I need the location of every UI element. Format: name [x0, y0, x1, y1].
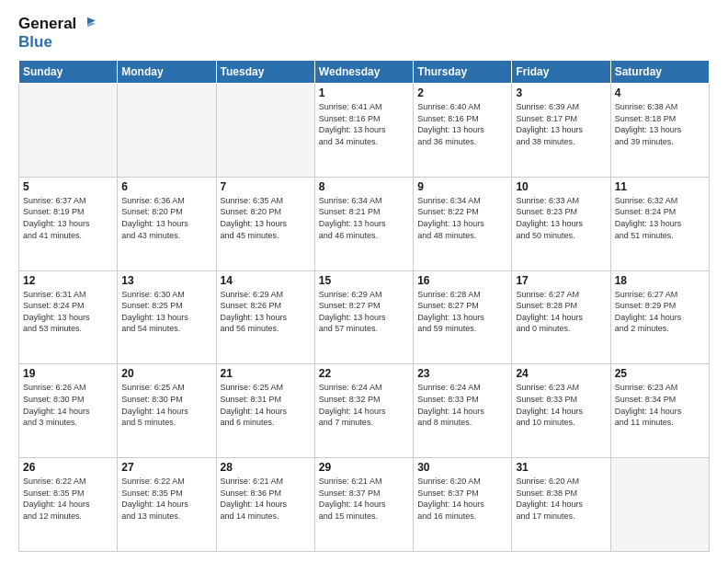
day-info: Sunrise: 6:22 AM Sunset: 8:35 PM Dayligh… [121, 476, 211, 522]
day-info: Sunrise: 6:41 AM Sunset: 8:16 PM Dayligh… [319, 101, 409, 147]
day-info: Sunrise: 6:35 AM Sunset: 8:20 PM Dayligh… [221, 195, 311, 241]
day-number: 25 [615, 367, 705, 380]
day-number: 4 [615, 86, 705, 99]
day-cell: 16Sunrise: 6:28 AM Sunset: 8:27 PM Dayli… [414, 270, 512, 364]
page: General Blue SundayMondayTuesdayWednesda… [0, 0, 728, 563]
week-row-3: 12Sunrise: 6:31 AM Sunset: 8:24 PM Dayli… [19, 270, 710, 364]
day-number: 9 [417, 180, 507, 193]
logo: General Blue [18, 15, 96, 51]
day-cell: 12Sunrise: 6:31 AM Sunset: 8:24 PM Dayli… [19, 270, 118, 364]
day-cell: 18Sunrise: 6:27 AM Sunset: 8:29 PM Dayli… [610, 270, 709, 364]
logo-flag-icon [79, 16, 96, 32]
day-number: 21 [221, 367, 311, 380]
day-cell: 9Sunrise: 6:34 AM Sunset: 8:22 PM Daylig… [414, 177, 512, 270]
day-cell: 20Sunrise: 6:25 AM Sunset: 8:30 PM Dayli… [118, 364, 216, 458]
day-info: Sunrise: 6:34 AM Sunset: 8:21 PM Dayligh… [319, 195, 409, 241]
day-cell: 24Sunrise: 6:23 AM Sunset: 8:33 PM Dayli… [512, 364, 610, 458]
day-cell: 26Sunrise: 6:22 AM Sunset: 8:35 PM Dayli… [19, 458, 118, 552]
day-number: 18 [615, 274, 705, 287]
day-number: 8 [319, 180, 409, 193]
day-number: 23 [417, 367, 507, 380]
weekday-header-thursday: Thursday [414, 61, 512, 84]
day-cell: 17Sunrise: 6:27 AM Sunset: 8:28 PM Dayli… [512, 270, 610, 364]
day-info: Sunrise: 6:23 AM Sunset: 8:33 PM Dayligh… [516, 382, 606, 428]
day-number: 15 [319, 274, 409, 287]
day-info: Sunrise: 6:27 AM Sunset: 8:28 PM Dayligh… [516, 289, 606, 335]
day-info: Sunrise: 6:29 AM Sunset: 8:27 PM Dayligh… [319, 289, 409, 335]
day-info: Sunrise: 6:38 AM Sunset: 8:18 PM Dayligh… [615, 101, 705, 147]
day-number: 5 [23, 180, 113, 193]
day-info: Sunrise: 6:37 AM Sunset: 8:19 PM Dayligh… [23, 195, 113, 241]
day-info: Sunrise: 6:21 AM Sunset: 8:37 PM Dayligh… [319, 476, 409, 522]
day-number: 2 [417, 86, 507, 99]
day-cell: 8Sunrise: 6:34 AM Sunset: 8:21 PM Daylig… [314, 177, 413, 270]
day-info: Sunrise: 6:28 AM Sunset: 8:27 PM Dayligh… [417, 289, 507, 335]
day-number: 27 [121, 461, 211, 474]
day-info: Sunrise: 6:30 AM Sunset: 8:25 PM Dayligh… [121, 289, 211, 335]
day-number: 31 [516, 461, 606, 474]
day-cell: 19Sunrise: 6:26 AM Sunset: 8:30 PM Dayli… [19, 364, 118, 458]
day-number: 16 [417, 274, 507, 287]
day-number: 28 [221, 461, 311, 474]
day-number: 19 [23, 367, 113, 380]
day-cell: 23Sunrise: 6:24 AM Sunset: 8:33 PM Dayli… [414, 364, 512, 458]
day-cell: 25Sunrise: 6:23 AM Sunset: 8:34 PM Dayli… [610, 364, 709, 458]
day-number: 11 [615, 180, 705, 193]
day-info: Sunrise: 6:27 AM Sunset: 8:29 PM Dayligh… [615, 289, 705, 335]
day-cell: 29Sunrise: 6:21 AM Sunset: 8:37 PM Dayli… [314, 458, 413, 552]
day-info: Sunrise: 6:39 AM Sunset: 8:17 PM Dayligh… [516, 101, 606, 147]
day-info: Sunrise: 6:23 AM Sunset: 8:34 PM Dayligh… [615, 382, 705, 428]
week-row-1: 1Sunrise: 6:41 AM Sunset: 8:16 PM Daylig… [19, 84, 710, 178]
day-cell: 21Sunrise: 6:25 AM Sunset: 8:31 PM Dayli… [216, 364, 314, 458]
day-number: 24 [516, 367, 606, 380]
day-number: 17 [516, 274, 606, 287]
day-cell: 6Sunrise: 6:36 AM Sunset: 8:20 PM Daylig… [118, 177, 216, 270]
logo-general: General [18, 15, 76, 33]
day-cell [610, 458, 709, 552]
logo-text: General Blue [18, 15, 96, 51]
day-cell: 11Sunrise: 6:32 AM Sunset: 8:24 PM Dayli… [610, 177, 709, 270]
day-info: Sunrise: 6:31 AM Sunset: 8:24 PM Dayligh… [23, 289, 113, 335]
day-number: 14 [221, 274, 311, 287]
day-cell: 10Sunrise: 6:33 AM Sunset: 8:23 PM Dayli… [512, 177, 610, 270]
day-cell: 15Sunrise: 6:29 AM Sunset: 8:27 PM Dayli… [314, 270, 413, 364]
day-cell [216, 84, 314, 178]
day-cell [118, 84, 216, 178]
day-number: 12 [23, 274, 113, 287]
day-info: Sunrise: 6:33 AM Sunset: 8:23 PM Dayligh… [516, 195, 606, 241]
day-number: 7 [221, 180, 311, 193]
logo-blue: Blue [18, 33, 96, 52]
week-row-4: 19Sunrise: 6:26 AM Sunset: 8:30 PM Dayli… [19, 364, 710, 458]
day-cell: 1Sunrise: 6:41 AM Sunset: 8:16 PM Daylig… [314, 84, 413, 178]
day-number: 30 [417, 461, 507, 474]
weekday-header-wednesday: Wednesday [314, 61, 413, 84]
day-info: Sunrise: 6:36 AM Sunset: 8:20 PM Dayligh… [121, 195, 211, 241]
day-info: Sunrise: 6:20 AM Sunset: 8:37 PM Dayligh… [417, 476, 507, 522]
day-cell: 7Sunrise: 6:35 AM Sunset: 8:20 PM Daylig… [216, 177, 314, 270]
day-cell: 14Sunrise: 6:29 AM Sunset: 8:26 PM Dayli… [216, 270, 314, 364]
day-number: 22 [319, 367, 409, 380]
day-number: 26 [23, 461, 113, 474]
day-cell: 4Sunrise: 6:38 AM Sunset: 8:18 PM Daylig… [610, 84, 709, 178]
day-cell: 2Sunrise: 6:40 AM Sunset: 8:16 PM Daylig… [414, 84, 512, 178]
weekday-header-tuesday: Tuesday [216, 61, 314, 84]
weekday-header-sunday: Sunday [19, 61, 118, 84]
day-number: 1 [319, 86, 409, 99]
day-info: Sunrise: 6:22 AM Sunset: 8:35 PM Dayligh… [23, 476, 113, 522]
day-info: Sunrise: 6:29 AM Sunset: 8:26 PM Dayligh… [221, 289, 311, 335]
day-cell: 31Sunrise: 6:20 AM Sunset: 8:38 PM Dayli… [512, 458, 610, 552]
day-cell: 27Sunrise: 6:22 AM Sunset: 8:35 PM Dayli… [118, 458, 216, 552]
calendar-table: SundayMondayTuesdayWednesdayThursdayFrid… [18, 60, 710, 552]
weekday-header-saturday: Saturday [610, 61, 709, 84]
day-info: Sunrise: 6:34 AM Sunset: 8:22 PM Dayligh… [417, 195, 507, 241]
day-info: Sunrise: 6:25 AM Sunset: 8:31 PM Dayligh… [221, 382, 311, 428]
day-number: 20 [121, 367, 211, 380]
day-cell: 5Sunrise: 6:37 AM Sunset: 8:19 PM Daylig… [19, 177, 118, 270]
day-info: Sunrise: 6:25 AM Sunset: 8:30 PM Dayligh… [121, 382, 211, 428]
day-number: 3 [516, 86, 606, 99]
day-number: 13 [121, 274, 211, 287]
day-number: 29 [319, 461, 409, 474]
day-number: 6 [121, 180, 211, 193]
day-info: Sunrise: 6:32 AM Sunset: 8:24 PM Dayligh… [615, 195, 705, 241]
day-info: Sunrise: 6:26 AM Sunset: 8:30 PM Dayligh… [23, 382, 113, 428]
